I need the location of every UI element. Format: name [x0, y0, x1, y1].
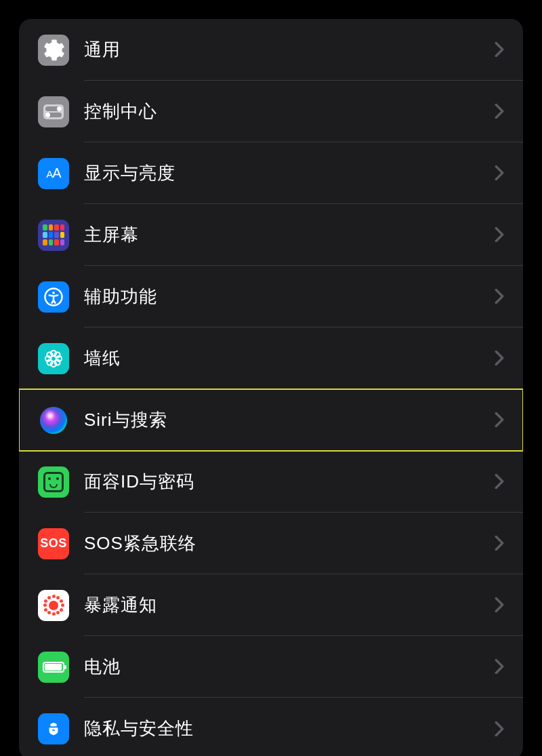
home-grid	[41, 223, 66, 247]
exposure-notification-icon	[38, 590, 69, 621]
row-label: 暴露通知	[84, 593, 495, 617]
row-label: 控制中心	[84, 100, 495, 123]
siri-icon	[38, 405, 69, 436]
row-label: 显示与亮度	[84, 161, 495, 185]
chevron-right-icon	[495, 721, 504, 736]
row-label: SOS紧急联络	[84, 532, 495, 555]
svg-point-1	[52, 291, 55, 294]
general-icon	[38, 35, 69, 66]
settings-row-siri-search[interactable]: Siri与搜索	[19, 389, 523, 451]
chevron-right-icon	[495, 536, 504, 551]
settings-row-display-brightness[interactable]: AA 显示与亮度	[19, 142, 523, 204]
settings-row-faceid-passcode[interactable]: 面容ID与密码	[19, 451, 523, 513]
settings-row-privacy-security[interactable]: 隐私与安全性	[19, 698, 523, 756]
chevron-right-icon	[495, 289, 504, 304]
chevron-right-icon	[495, 104, 504, 119]
row-label: 辅助功能	[84, 285, 495, 309]
exposure-inner	[41, 593, 66, 618]
chevron-right-icon	[495, 659, 504, 674]
row-label: 通用	[84, 38, 495, 62]
chevron-right-icon	[495, 474, 504, 489]
privacy-icon	[38, 713, 69, 744]
faceid-icon	[38, 466, 69, 498]
row-label: Siri与搜索	[84, 408, 495, 432]
settings-row-accessibility[interactable]: 辅助功能	[19, 266, 523, 327]
settings-row-home-screen[interactable]: 主屏幕	[19, 204, 523, 266]
settings-row-exposure-notification[interactable]: 暴露通知	[19, 574, 523, 636]
row-label: 主屏幕	[84, 223, 495, 247]
display-brightness-icon: AA	[38, 158, 69, 189]
row-label: 电池	[84, 655, 495, 679]
chevron-right-icon	[495, 412, 504, 427]
chevron-right-icon	[495, 42, 504, 57]
settings-row-battery[interactable]: 电池	[19, 636, 523, 698]
battery-icon	[38, 652, 69, 683]
chevron-right-icon	[495, 597, 504, 612]
settings-row-control-center[interactable]: 控制中心	[19, 81, 523, 142]
row-label: 墙纸	[84, 346, 495, 370]
wallpaper-icon	[38, 343, 69, 374]
sos-icon: SOS	[38, 528, 69, 559]
row-label: 面容ID与密码	[84, 470, 495, 494]
chevron-right-icon	[495, 165, 504, 180]
row-label: 隐私与安全性	[84, 717, 495, 740]
home-screen-icon	[38, 220, 69, 251]
settings-row-emergency-sos[interactable]: SOS SOS紧急联络	[19, 513, 523, 574]
chevron-right-icon	[495, 227, 504, 242]
accessibility-icon	[38, 281, 69, 313]
control-center-icon	[38, 96, 69, 127]
settings-panel: 通用 控制中心 AA 显示与亮度 主屏幕	[19, 19, 523, 756]
settings-row-general[interactable]: 通用	[19, 19, 523, 81]
settings-row-wallpaper[interactable]: 墙纸	[19, 327, 523, 389]
chevron-right-icon	[495, 351, 504, 365]
